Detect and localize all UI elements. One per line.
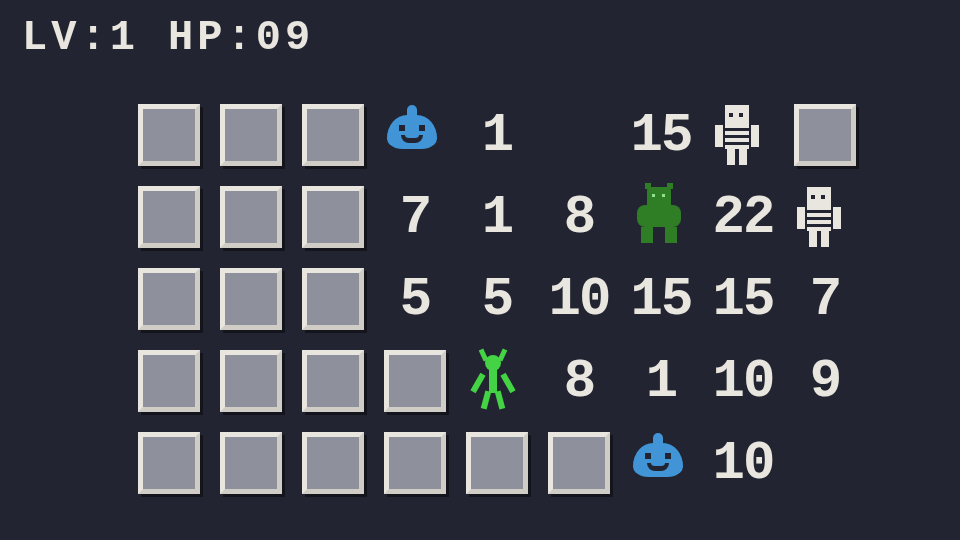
stick-bug-icon[interactable]	[467, 351, 527, 411]
grid-cell[interactable]	[210, 258, 292, 340]
covered-tile[interactable]	[138, 186, 200, 248]
covered-tile[interactable]	[138, 350, 200, 412]
grid-cell[interactable]: 15	[620, 258, 702, 340]
grid-cell[interactable]	[210, 340, 292, 422]
grid-cell[interactable]	[128, 340, 210, 422]
covered-tile[interactable]	[548, 432, 610, 494]
grid-cell	[784, 422, 866, 504]
grid-cell[interactable]	[374, 94, 456, 176]
grid-cell[interactable]	[374, 422, 456, 504]
grid-cell[interactable]: 1	[620, 340, 702, 422]
covered-tile[interactable]	[302, 432, 364, 494]
grid-cell[interactable]: 10	[702, 422, 784, 504]
grid-cell[interactable]	[620, 176, 702, 258]
covered-tile[interactable]	[220, 432, 282, 494]
grid-cell[interactable]	[620, 422, 702, 504]
grid-cell[interactable]	[784, 176, 866, 258]
covered-tile[interactable]	[466, 432, 528, 494]
grid-cell[interactable]: 15	[702, 258, 784, 340]
covered-tile[interactable]	[794, 104, 856, 166]
grid-cell[interactable]	[128, 176, 210, 258]
number-cell: 5	[400, 269, 430, 330]
grid-cell[interactable]	[128, 422, 210, 504]
covered-tile[interactable]	[220, 350, 282, 412]
covered-tile[interactable]	[302, 350, 364, 412]
grid-cell[interactable]	[538, 422, 620, 504]
grid-cell[interactable]	[292, 340, 374, 422]
number-cell: 22	[713, 187, 774, 248]
number-cell: 7	[810, 269, 840, 330]
covered-tile[interactable]	[220, 268, 282, 330]
grid-cell[interactable]	[210, 422, 292, 504]
number-cell: 5	[482, 269, 512, 330]
grid-cell[interactable]	[374, 340, 456, 422]
covered-tile[interactable]	[138, 104, 200, 166]
grid-cell[interactable]: 7	[374, 176, 456, 258]
grid-cell[interactable]	[128, 258, 210, 340]
number-cell: 1	[646, 351, 676, 412]
covered-tile[interactable]	[302, 268, 364, 330]
grid-cell[interactable]: 1	[456, 176, 538, 258]
grid-cell[interactable]	[128, 94, 210, 176]
grid-cell[interactable]	[784, 94, 866, 176]
grid-cell[interactable]: 22	[702, 176, 784, 258]
covered-tile[interactable]	[302, 186, 364, 248]
grid-cell[interactable]: 15	[620, 94, 702, 176]
number-cell: 15	[631, 105, 692, 166]
grid-cell[interactable]: 1	[456, 94, 538, 176]
covered-tile[interactable]	[384, 432, 446, 494]
grid-cell[interactable]	[456, 340, 538, 422]
slime-icon[interactable]	[385, 105, 445, 165]
number-cell: 15	[631, 269, 692, 330]
level-label: LV:	[22, 14, 110, 62]
ogre-icon[interactable]	[631, 187, 691, 247]
number-cell: 9	[810, 351, 840, 412]
grid-cell[interactable]	[292, 176, 374, 258]
status-bar: LV:1 HP:09	[22, 14, 314, 62]
number-cell: 8	[564, 351, 594, 412]
covered-tile[interactable]	[220, 186, 282, 248]
grid-cell[interactable]: 5	[374, 258, 456, 340]
grid-cell[interactable]: 8	[538, 176, 620, 258]
grid-cell[interactable]	[456, 422, 538, 504]
covered-tile[interactable]	[138, 432, 200, 494]
covered-tile[interactable]	[220, 104, 282, 166]
number-cell: 1	[482, 187, 512, 248]
grid-cell[interactable]: 10	[702, 340, 784, 422]
grid-cell[interactable]: 9	[784, 340, 866, 422]
covered-tile[interactable]	[302, 104, 364, 166]
grid-cell[interactable]: 5	[456, 258, 538, 340]
number-cell: 7	[400, 187, 430, 248]
number-cell: 10	[713, 351, 774, 412]
covered-tile[interactable]	[138, 268, 200, 330]
covered-tile[interactable]	[384, 350, 446, 412]
grid-cell[interactable]	[292, 94, 374, 176]
grid-cell[interactable]	[210, 94, 292, 176]
number-cell: 15	[713, 269, 774, 330]
game-grid: 115718225510151578110910	[128, 94, 866, 504]
grid-cell[interactable]: 8	[538, 340, 620, 422]
number-cell: 10	[549, 269, 610, 330]
grid-cell[interactable]	[292, 422, 374, 504]
number-cell: 8	[564, 187, 594, 248]
hp-value: 09	[256, 14, 314, 62]
number-cell: 1	[482, 105, 512, 166]
mummy-icon[interactable]	[713, 105, 773, 165]
grid-cell[interactable]	[702, 94, 784, 176]
grid-cell[interactable]: 7	[784, 258, 866, 340]
level-value: 1	[110, 14, 139, 62]
grid-cell[interactable]: 10	[538, 258, 620, 340]
hp-label: HP:	[168, 14, 256, 62]
number-cell: 10	[713, 433, 774, 494]
slime-icon[interactable]	[631, 433, 691, 493]
grid-cell	[538, 94, 620, 176]
mummy-icon[interactable]	[795, 187, 855, 247]
grid-cell[interactable]	[210, 176, 292, 258]
grid-cell[interactable]	[292, 258, 374, 340]
